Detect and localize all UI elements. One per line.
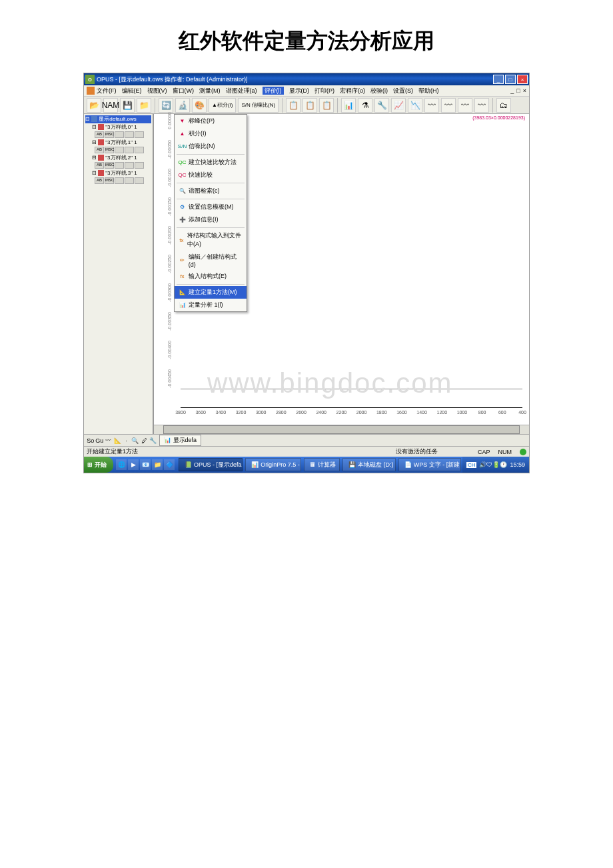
toolbar-btn-19[interactable]: 📉 [408, 98, 422, 113]
tool-icon-1[interactable]: Gu [95, 436, 103, 445]
quicklaunch-0[interactable]: 🌐 [116, 459, 127, 470]
doc-minimize-button[interactable]: _ [510, 87, 514, 94]
tree-item-3[interactable]: ⊟ "3万样线.2" 1 [85, 154, 151, 162]
toolbar-btn-7[interactable]: 🎨 [192, 98, 207, 113]
system-tray[interactable]: CH 🔊🛡🔋🕐 15:59 [462, 457, 529, 473]
view-tab[interactable]: 📊 显示defa [159, 435, 201, 446]
toolbar-btn-20[interactable]: 〰 [424, 98, 439, 113]
language-indicator[interactable]: CH [466, 462, 477, 468]
toolbar-btn-0[interactable]: 📂 [87, 98, 101, 113]
close-button[interactable]: × [517, 75, 528, 84]
menu-item-4[interactable]: QC建立快速比较方法 [175, 156, 247, 169]
start-button[interactable]: ⊞ 开始 [84, 457, 113, 473]
y-tick: -0.00450 [167, 365, 172, 392]
menu-6[interactable]: 评价(l) [263, 87, 284, 95]
toolbar-btn-3[interactable]: 📁 [137, 98, 151, 113]
doc-maximize-button[interactable]: □ [516, 87, 520, 94]
toolbar-btn-12[interactable]: 📋 [303, 98, 317, 113]
menu-item-10[interactable]: ➕添加信息(I) [175, 213, 247, 226]
tool-icon-4[interactable]: · [123, 436, 130, 445]
menu-4[interactable]: 测量(M) [199, 87, 221, 94]
menu-item-1[interactable]: ▲积分(I) [175, 127, 247, 140]
menu-11[interactable]: 设置(S) [393, 87, 413, 94]
toolbar-btn-23[interactable]: 〰 [474, 98, 489, 113]
tray-icon-3[interactable]: 🕐 [500, 461, 507, 468]
toolbar-btn-2[interactable]: 💾 [120, 98, 135, 113]
y-tick: -0.00050 [167, 136, 172, 163]
toolbar-btn-18[interactable]: 📈 [391, 98, 406, 113]
x-tick: 3600 [195, 410, 206, 415]
toolbar-btn-13[interactable]: 📋 [319, 98, 334, 113]
toolbar-btn-17[interactable]: 🔧 [374, 98, 389, 113]
tree-item-4[interactable]: ⊟ "3万样线.3" 1 [85, 169, 151, 177]
tree-item-1[interactable]: ⊟ "3万样线.0" 1 [85, 123, 151, 131]
clock[interactable]: 15:59 [510, 461, 525, 468]
scrollbar-thumb[interactable] [163, 425, 520, 434]
menu-item-0[interactable]: ▼标峰位(P) [175, 115, 247, 127]
bottom-bar: SoGu〰📐·🔍🖊🔧 📊 显示defa [84, 434, 529, 446]
menu-item-label: 标峰位(P) [189, 117, 215, 125]
menu-10[interactable]: 校验(i) [370, 87, 388, 94]
tool-icon-0[interactable]: So [87, 436, 94, 445]
menu-item-9[interactable]: ⚙设置信息模板(M) [175, 201, 247, 213]
tray-icon-0[interactable]: 🔊 [479, 461, 486, 468]
menu-1[interactable]: 编辑(E) [122, 87, 142, 94]
tool-icon-6[interactable]: 🖊 [140, 436, 147, 445]
toolbar-btn-16[interactable]: ⚗ [358, 98, 372, 113]
task-2[interactable]: 🖩计算器 [304, 458, 340, 471]
task-4[interactable]: 📄WPS 文字 - [新建 [398, 458, 461, 471]
x-tick: 2600 [296, 410, 306, 415]
menu-item-14[interactable]: fx输入结构式(E) [175, 270, 247, 283]
graph-area[interactable]: (3983.03×0.0000228193) ▼标峰位(P)▲积分(I)S/N信… [154, 114, 529, 434]
menu-9[interactable]: 宏程序(o) [340, 87, 365, 94]
tool-icon-7[interactable]: 🔧 [149, 436, 157, 445]
menu-2[interactable]: 视图(V) [147, 87, 167, 94]
toolbar-btn-6[interactable]: 🔬 [175, 98, 190, 113]
menu-item-2[interactable]: S/N信噪比(N) [175, 140, 247, 153]
tree-item-2[interactable]: ⊟ "3万样线.1" 1 [85, 139, 151, 147]
maximize-button[interactable]: □ [505, 75, 516, 84]
coordinate-readout: (3983.03×0.0000228193) [472, 115, 525, 120]
task-0[interactable]: 📗OPUS - [显示defa [179, 458, 243, 471]
menu-12[interactable]: 帮助(H) [418, 87, 439, 94]
tree-item-0[interactable]: ⊟ 显示default.ows [85, 115, 151, 123]
menu-item-12[interactable]: fx将结构式输入到文件中(A) [175, 229, 247, 251]
statusbar: 开始建立定量1方法 没有激活的任务 CAP NUM [84, 446, 529, 457]
toolbar-btn-8[interactable]: ▲积分(I) [209, 98, 236, 113]
toolbar-btn-9[interactable]: S/N 信噪比(N) [238, 98, 279, 113]
menu-item-5[interactable]: QC快速比较 [175, 169, 247, 181]
y-tick: -0.00100 [167, 165, 172, 191]
menu-3[interactable]: 窗口(W) [173, 87, 195, 94]
horizontal-scrollbar[interactable] [154, 425, 529, 434]
quicklaunch-3[interactable]: 📁 [152, 459, 163, 470]
toolbar-btn-22[interactable]: 〰 [458, 98, 472, 113]
task-3[interactable]: 💾本地磁盘 (D:) [342, 458, 396, 471]
x-tick: 1000 [457, 410, 468, 415]
doc-close-button[interactable]: × [523, 87, 526, 94]
task-1[interactable]: 📊OriginPro 7.5 - [245, 458, 301, 471]
menu-0[interactable]: 文件(F) [97, 87, 117, 94]
windows-logo-icon: ⊞ [87, 461, 93, 468]
toolbar-btn-11[interactable]: 📋 [286, 98, 301, 113]
menu-item-16[interactable]: 📐建立定量1方法(M) [175, 286, 247, 299]
tool-icon-2[interactable]: 〰 [105, 436, 112, 445]
minimize-button[interactable]: _ [493, 75, 504, 84]
menu-5[interactable]: 谱图处理(a) [226, 87, 257, 94]
menu-8[interactable]: 打印(P) [314, 87, 334, 94]
tray-icon-2[interactable]: 🔋 [492, 461, 500, 468]
tool-icon-3[interactable]: 📐 [114, 436, 121, 445]
menu-item-13[interactable]: ✏编辑／创建结构式(d) [175, 251, 247, 270]
toolbar-btn-25[interactable]: 🗂 [496, 98, 511, 113]
app-screenshot: O OPUS - [显示default.ows 操作者: Default (Ad… [83, 73, 530, 473]
quicklaunch-2[interactable]: 📧 [140, 459, 151, 470]
quicklaunch-4[interactable]: 🔷 [164, 459, 175, 470]
quicklaunch-1[interactable]: ▶ [128, 459, 139, 470]
tool-icon-5[interactable]: 🔍 [131, 436, 139, 445]
toolbar-btn-1[interactable]: NAM [103, 98, 118, 113]
menu-item-17[interactable]: 📊定量分析 1(l) [175, 299, 247, 311]
menubar: 文件(F)编辑(E)视图(V)窗口(W)测量(M)谱图处理(a)评价(l)显示(… [84, 85, 529, 97]
toolbar-btn-15[interactable]: 📊 [341, 98, 356, 113]
toolbar-btn-21[interactable]: 〰 [441, 98, 456, 113]
menu-7[interactable]: 显示(D) [289, 87, 310, 94]
menu-item-7[interactable]: 🔍谱图检索(c) [175, 185, 247, 197]
